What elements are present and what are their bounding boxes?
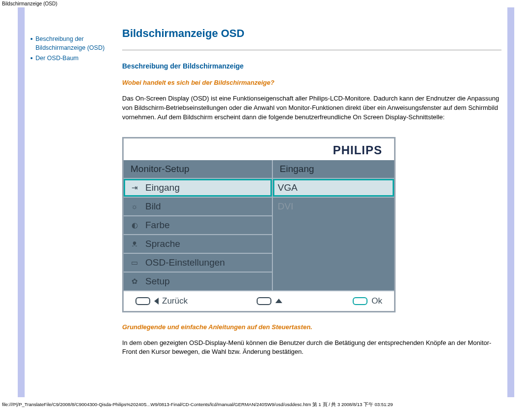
osd-ok-label: Ok xyxy=(371,296,382,306)
page-title: Bildschirmanzeige OSD xyxy=(122,27,501,40)
sidebar-item-osd-baum[interactable]: Der OSD-Baum xyxy=(31,54,118,63)
osd-option-label: VGA xyxy=(278,182,298,193)
osd-option-dvi[interactable]: DVI xyxy=(273,197,394,215)
document-frame: Beschreibung der Bildschirmanzeige (OSD)… xyxy=(18,7,514,397)
osd-screenshot: PHILIPS Monitor-Setup ⇥ Eingang ☼ Bild xyxy=(122,137,396,312)
bullet-icon xyxy=(31,38,33,40)
button-outline-icon xyxy=(135,297,150,305)
osd-menu-farbe[interactable]: ◐ Farbe xyxy=(124,215,272,234)
osd-left-column: Monitor-Setup ⇥ Eingang ☼ Bild ◐ Farbe xyxy=(124,160,273,290)
arrow-up-icon xyxy=(275,299,282,303)
document-header-path: Bildschirmanzeige (OSD) xyxy=(0,0,532,7)
section-heading-description: Beschreibung der Bildschirmanzeige xyxy=(122,62,501,70)
sidebar-item-label: Beschreibung der Bildschirmanzeige (OSD) xyxy=(35,35,118,52)
divider xyxy=(122,50,501,50)
osd-menu-label: Sprache xyxy=(145,239,180,249)
osd-menu-label: Farbe xyxy=(145,220,170,231)
settings-osd-icon: ▭ xyxy=(129,258,140,267)
osd-menu-eingang[interactable]: ⇥ Eingang xyxy=(124,179,272,197)
button-outline-icon xyxy=(257,297,271,305)
osd-right-header: Eingang xyxy=(273,160,394,179)
osd-menu-setup[interactable]: ✿ Setup xyxy=(124,272,272,290)
osd-back-label: Zurück xyxy=(162,296,188,306)
osd-option-label: DVI xyxy=(278,201,294,212)
gear-icon: ✿ xyxy=(129,277,140,286)
osd-menu-label: Bild xyxy=(145,201,161,212)
paragraph-instructions: In dem oben gezeigten OSD-Display-Menü k… xyxy=(122,339,501,357)
sidebar: Beschreibung der Bildschirmanzeige (OSD)… xyxy=(25,7,122,397)
input-icon: ⇥ xyxy=(129,183,140,192)
language-icon: ᴥ xyxy=(129,240,140,248)
sidebar-item-beschreibung[interactable]: Beschreibung der Bildschirmanzeige (OSD) xyxy=(31,35,118,52)
instructions-heading: Grundlegende und einfache Anleitungen au… xyxy=(122,323,501,331)
osd-footer: Zurück Ok xyxy=(124,290,394,311)
brand-row: PHILIPS xyxy=(124,138,394,160)
osd-menu-label: Setup xyxy=(145,276,170,287)
osd-left-header: Monitor-Setup xyxy=(124,160,272,179)
main-content: Bildschirmanzeige OSD Beschreibung der B… xyxy=(122,7,507,397)
osd-menu-bild[interactable]: ☼ Bild xyxy=(124,197,272,215)
sidebar-item-label: Der OSD-Baum xyxy=(35,54,79,63)
osd-menu-sprache[interactable]: ᴥ Sprache xyxy=(124,234,272,253)
button-outline-icon xyxy=(353,297,367,305)
arrow-left-icon xyxy=(154,298,159,305)
osd-menu-label: Eingang xyxy=(145,182,180,193)
color-icon: ◐ xyxy=(129,221,140,230)
osd-menu-label: OSD-Einstellungen xyxy=(145,257,225,268)
footer-file-path: file:///P|/P_TranslateFile/C9/2008/8/C90… xyxy=(2,402,393,408)
brightness-icon: ☼ xyxy=(129,202,140,211)
philips-logo: PHILIPS xyxy=(333,143,382,157)
question-text: Wobei handelt es sich bei der Bildschirm… xyxy=(122,79,501,86)
paragraph-intro: Das On-Screen Display (OSD) ist eine Fun… xyxy=(122,94,501,122)
osd-right-column: Eingang VGA DVI xyxy=(273,160,394,290)
osd-menu-osd-einstellungen[interactable]: ▭ OSD-Einstellungen xyxy=(124,253,272,272)
osd-option-vga[interactable]: VGA xyxy=(273,179,394,197)
bullet-icon xyxy=(31,57,33,59)
